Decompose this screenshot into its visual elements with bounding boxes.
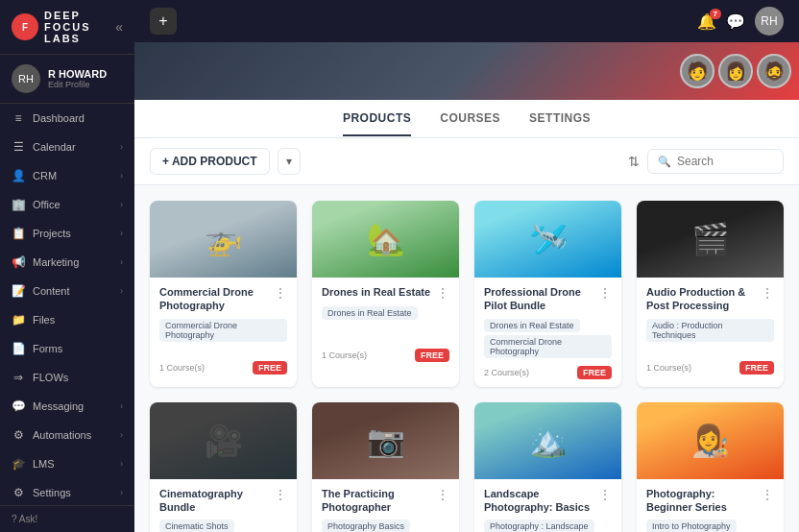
sidebar-item-files[interactable]: 📁 Files xyxy=(0,305,134,334)
product-card[interactable]: Audio Production & Post Processing ⋮ Aud… xyxy=(637,201,784,387)
product-menu-button[interactable]: ⋮ xyxy=(270,487,287,502)
user-info: R HOWARD Edit Profile xyxy=(48,68,107,89)
product-card[interactable]: Professional Drone Pilot Bundle ⋮ Drones… xyxy=(474,201,621,387)
product-menu-button[interactable]: ⋮ xyxy=(757,285,774,301)
sidebar-item-content[interactable]: 📝 Content › xyxy=(0,277,134,305)
sidebar-item-projects[interactable]: 📋 Projects › xyxy=(0,219,134,248)
product-menu-button[interactable]: ⋮ xyxy=(594,285,612,301)
product-menu-button[interactable]: ⋮ xyxy=(432,285,449,301)
sidebar-item-label: Forms xyxy=(33,343,62,354)
product-card[interactable]: Cinematography Bundle ⋮ Cinematic Shots … xyxy=(150,402,297,532)
logo-icon: F xyxy=(12,13,38,40)
avatar: RH xyxy=(12,64,40,93)
logo-text: DEEP FOCUS LABS xyxy=(44,10,109,44)
help-button[interactable]: ? Ask! xyxy=(0,505,134,532)
sidebar-item-label: Calendar xyxy=(33,141,76,153)
add-button[interactable]: + xyxy=(150,8,177,35)
profile-button[interactable]: RH xyxy=(755,7,784,36)
product-card[interactable]: Photography: Beginner Series ⋮ Intro to … xyxy=(637,402,784,532)
topbar: + 🔔 7 💬 RH xyxy=(134,0,799,42)
sidebar-item-marketing[interactable]: 📢 Marketing › xyxy=(0,248,134,277)
notification-button[interactable]: 🔔 7 xyxy=(697,12,716,31)
product-tags: Drones in Real Estate xyxy=(322,306,449,341)
product-title: Photography: Beginner Series xyxy=(646,487,757,515)
sidebar-user: RH R HOWARD Edit Profile xyxy=(0,55,134,104)
product-title: Commercial Drone Photography xyxy=(159,285,270,313)
product-menu-button[interactable]: ⋮ xyxy=(594,487,612,502)
product-menu-button[interactable]: ⋮ xyxy=(432,487,449,502)
products-grid: Commercial Drone Photography ⋮ Commercia… xyxy=(134,185,799,532)
hero-person: 👩 xyxy=(718,54,753,88)
sidebar-item-label: Messaging xyxy=(33,400,84,412)
product-header: Professional Drone Pilot Bundle ⋮ xyxy=(484,285,612,313)
product-body: Drones in Real Estate ⋮ Drones in Real E… xyxy=(312,278,459,370)
sidebar-item-crm[interactable]: 👤 CRM › xyxy=(0,161,134,190)
free-badge: FREE xyxy=(739,361,774,375)
product-body: The Practicing Photographer ⋮ Photograph… xyxy=(312,479,459,532)
messages-button[interactable]: 💬 xyxy=(726,12,745,31)
chevron-right-icon: › xyxy=(120,200,123,209)
sidebar-item-messaging[interactable]: 💬 Messaging › xyxy=(0,392,134,421)
chevron-right-icon: › xyxy=(120,142,123,152)
sidebar-item-label: Files xyxy=(33,314,55,326)
main-content: + 🔔 7 💬 RH 🧑 👩 🧔 PRODUCTS COURSES SETTIN… xyxy=(134,0,799,532)
chevron-right-icon: › xyxy=(120,488,123,497)
free-badge: FREE xyxy=(253,361,287,375)
sidebar-item-dashboard[interactable]: ≡ Dashboard xyxy=(0,104,134,133)
sidebar-item-forms[interactable]: 📄 Forms xyxy=(0,334,134,363)
product-card[interactable]: Drones in Real Estate ⋮ Drones in Real E… xyxy=(312,201,459,387)
product-tag: Drones in Real Estate xyxy=(484,319,580,332)
settings-icon: ⚙ xyxy=(12,486,25,499)
sidebar-item-calendar[interactable]: ☰ Calendar › xyxy=(0,133,134,161)
product-tag: Audio : Production Techniques xyxy=(646,319,774,342)
product-tags: Commercial Drone Photography xyxy=(159,319,287,353)
tab-products[interactable]: PRODUCTS xyxy=(343,102,411,136)
sidebar-item-flows[interactable]: ⇒ FLOWs xyxy=(0,363,134,392)
product-body: Landscape Photography: Basics ⋮ Photogra… xyxy=(474,479,621,532)
sidebar-item-settings[interactable]: ⚙ Settings › xyxy=(0,478,134,505)
courses-count: 1 Course(s) xyxy=(646,363,691,373)
product-card[interactable]: The Practicing Photographer ⋮ Photograph… xyxy=(312,402,459,532)
product-menu-button[interactable]: ⋮ xyxy=(757,487,774,502)
content-area: Commercial Drone Photography ⋮ Commercia… xyxy=(134,185,799,532)
product-image xyxy=(474,402,621,479)
add-product-button[interactable]: + ADD PRODUCT xyxy=(150,148,270,175)
product-tags: Audio : Production Techniques xyxy=(646,319,774,353)
sidebar-item-label: FLOWs xyxy=(33,372,68,383)
add-product-dropdown[interactable]: ▾ xyxy=(278,148,301,175)
sidebar-item-lms[interactable]: 🎓 LMS › xyxy=(0,449,134,478)
sidebar-item-label: Dashboard xyxy=(33,112,85,124)
product-image xyxy=(312,201,459,278)
product-image xyxy=(637,402,784,479)
product-title: The Practicing Photographer xyxy=(322,487,432,515)
sidebar-item-automations[interactable]: ⚙ Automations › xyxy=(0,421,134,449)
sidebar-collapse-button[interactable]: « xyxy=(115,19,123,35)
product-footer: 2 Course(s) FREE xyxy=(484,366,612,379)
courses-count: 1 Course(s) xyxy=(159,363,205,373)
topbar-icons: 🔔 7 💬 RH xyxy=(697,7,784,36)
chevron-right-icon: › xyxy=(120,229,123,238)
product-tag: Cinematic Shots xyxy=(159,520,234,532)
product-card[interactable]: Commercial Drone Photography ⋮ Commercia… xyxy=(150,201,297,387)
product-tags: Photography : Landscape xyxy=(484,520,612,532)
content-icon: 📝 xyxy=(12,284,25,298)
product-header: Landscape Photography: Basics ⋮ xyxy=(484,487,612,515)
tab-settings[interactable]: SETTINGS xyxy=(529,102,591,136)
product-card[interactable]: Landscape Photography: Basics ⋮ Photogra… xyxy=(474,402,621,532)
tab-courses[interactable]: COURSES xyxy=(440,102,500,136)
product-body: Cinematography Bundle ⋮ Cinematic Shots … xyxy=(150,479,297,532)
toolbar: + ADD PRODUCT ▾ ⇅ 🔍 xyxy=(134,138,799,185)
toolbar-left: + ADD PRODUCT ▾ xyxy=(150,148,301,175)
edit-profile-link[interactable]: Edit Profile xyxy=(48,80,107,89)
sort-button[interactable]: ⇅ xyxy=(628,154,640,169)
product-title: Cinematography Bundle xyxy=(159,487,270,515)
product-tag: Commercial Drone Photography xyxy=(484,335,612,358)
sidebar-item-office[interactable]: 🏢 Office › xyxy=(0,190,134,219)
search-input[interactable] xyxy=(677,155,773,168)
sidebar: F DEEP FOCUS LABS « RH R HOWARD Edit Pro… xyxy=(0,0,134,532)
notification-badge: 7 xyxy=(710,9,721,19)
product-menu-button[interactable]: ⋮ xyxy=(270,285,287,301)
sidebar-item-label: Automations xyxy=(33,429,91,441)
courses-count: 2 Course(s) xyxy=(484,368,529,377)
toolbar-right: ⇅ 🔍 xyxy=(628,149,784,174)
